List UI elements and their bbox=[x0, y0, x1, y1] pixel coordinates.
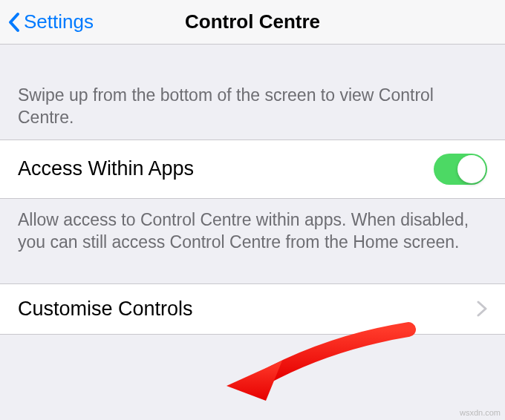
back-label: Settings bbox=[24, 10, 94, 33]
svg-marker-0 bbox=[227, 361, 282, 401]
access-within-apps-label: Access Within Apps bbox=[18, 157, 194, 180]
navigation-bar: Settings Control Centre bbox=[0, 0, 505, 45]
page-title: Control Centre bbox=[185, 10, 320, 33]
customise-controls-row[interactable]: Customise Controls bbox=[0, 283, 505, 335]
access-toggle[interactable] bbox=[434, 154, 487, 185]
access-within-apps-row[interactable]: Access Within Apps bbox=[0, 140, 505, 199]
chevron-right-icon bbox=[477, 301, 487, 317]
back-button[interactable]: Settings bbox=[0, 10, 94, 33]
customise-controls-label: Customise Controls bbox=[18, 298, 193, 321]
toggle-knob bbox=[457, 155, 486, 183]
section-footer-caption: Allow access to Control Centre within ap… bbox=[0, 199, 505, 283]
watermark: wsxdn.com bbox=[460, 408, 501, 417]
chevron-left-icon bbox=[7, 12, 22, 33]
section-header-caption: Swipe up from the bottom of the screen t… bbox=[0, 45, 505, 140]
